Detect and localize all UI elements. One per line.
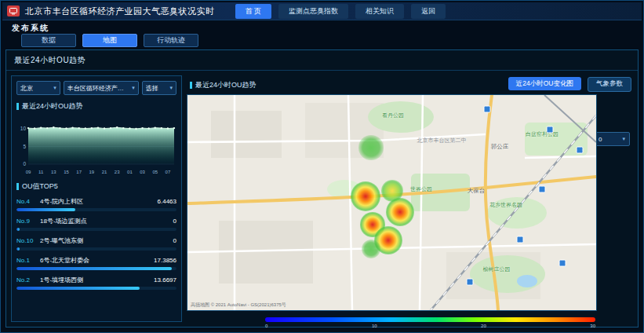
top5-item-name: 4号-院内上料区 xyxy=(40,197,155,206)
nav-knowledge[interactable]: 相关知识 xyxy=(355,4,404,19)
legend-gradient-bar xyxy=(265,317,595,322)
svg-text:01: 01 xyxy=(127,170,133,174)
accent-bar-icon xyxy=(190,82,192,89)
top5-list-item[interactable]: No.44号-院内上料区6.4463 xyxy=(16,197,176,211)
map-layer-select[interactable]: 0 ▾ xyxy=(594,132,630,146)
top5-item-bar-fill xyxy=(16,247,20,251)
panel-divider xyxy=(6,70,638,71)
svg-text:23: 23 xyxy=(115,170,120,174)
metro-station-icon[interactable] xyxy=(467,279,474,286)
top5-list-item[interactable]: No.21号-填埋场西侧13.6697 xyxy=(16,276,176,290)
top5-item-value: 6.4463 xyxy=(158,198,176,205)
svg-text:10: 10 xyxy=(20,126,27,131)
svg-text:17: 17 xyxy=(76,170,82,174)
top5-list-item[interactable]: No.102号-曝气池东侧0 xyxy=(16,236,176,251)
tab-data[interactable]: 数据 xyxy=(21,34,76,47)
map-label: 郭公庄 xyxy=(491,143,509,151)
system-label: 发布系统 xyxy=(12,23,49,34)
svg-text:05: 05 xyxy=(152,170,158,174)
map-section-title: 最近24小时OU趋势 xyxy=(190,80,257,90)
svg-text:11: 11 xyxy=(38,170,44,174)
svg-text:09: 09 xyxy=(26,170,31,174)
nav-home[interactable]: 首 页 xyxy=(235,4,272,19)
trend-chart-title-text: 最近24小时OU趋势 xyxy=(22,101,83,112)
map-layer-select-value: 0 xyxy=(599,136,602,143)
park-select-value: 丰台区循环经济产业园 xyxy=(67,84,129,93)
top5-item-bar-track xyxy=(16,247,176,251)
ou-color-legend: 0102030 xyxy=(265,317,595,328)
map-label: 世界公园 xyxy=(410,185,432,193)
panel-title: 最近24小时OU趋势 xyxy=(14,55,86,66)
nav-back[interactable]: 返回 xyxy=(411,4,446,19)
tab-track[interactable]: 行动轨迹 xyxy=(144,34,198,47)
monitor-icon xyxy=(9,7,17,15)
metro-station-icon[interactable] xyxy=(539,186,546,193)
point-select[interactable]: 选择 ▾ xyxy=(142,81,176,95)
trend-chart: 0510091113151719212301030507 xyxy=(16,114,176,175)
weather-params-button[interactable]: 气象参数 xyxy=(588,77,631,92)
svg-text:19: 19 xyxy=(89,170,95,174)
accent-bar-icon xyxy=(16,103,19,110)
top5-item-rank: No.4 xyxy=(16,198,40,205)
chevron-down-icon: ▾ xyxy=(132,85,135,91)
legend-ticks: 0102030 xyxy=(265,324,595,328)
top5-item-rank: No.9 xyxy=(16,218,40,225)
map-label: 榆树庄公园 xyxy=(483,265,511,273)
ou-change-chart-button[interactable]: 近24小时OU变化图 xyxy=(508,77,581,90)
top5-item-rank: No.1 xyxy=(16,257,40,264)
top5-list-item[interactable]: No.16号-北天堂村委会17.3856 xyxy=(16,256,176,270)
metro-station-icon[interactable] xyxy=(484,106,491,113)
map-base-roads xyxy=(187,95,596,310)
metro-station-icon[interactable] xyxy=(547,126,554,134)
map-label: 白盆窑村公园 xyxy=(526,130,558,138)
region-select[interactable]: 北京 ▾ xyxy=(16,81,60,95)
metro-station-icon[interactable] xyxy=(577,147,584,154)
top5-list-item[interactable]: No.918号-场边监测点0 xyxy=(16,217,176,231)
map-canvas[interactable]: 高德地图 © 2021 AutoNavi - GS(2021)6375号 看丹公… xyxy=(187,94,597,311)
tab-map[interactable]: 地图 xyxy=(82,34,137,47)
map-attribution: 高德地图 © 2021 AutoNavi - GS(2021)6375号 xyxy=(191,302,286,309)
view-tabs: 数据 地图 行动轨迹 xyxy=(21,34,198,47)
top5-item-bar-fill xyxy=(16,267,172,270)
top5-item-value: 13.6697 xyxy=(154,276,176,284)
trend-chart-title: 最近24小时OU趋势 xyxy=(16,101,176,112)
metro-station-icon[interactable] xyxy=(517,236,524,243)
app-window: 北京市丰台区循环经济产业园大气恶臭状况实时 首 页 监测点恶臭指数 相关知识 返… xyxy=(0,0,644,333)
sidebar: 北京 ▾ 丰台区循环经济产业园 ▾ 选择 ▾ 最近24小时OU趋势 051009… xyxy=(11,75,182,322)
svg-text:15: 15 xyxy=(64,170,69,174)
top5-item-bar-track xyxy=(16,228,176,231)
map-label: 花乡世界名园 xyxy=(489,201,522,209)
legend-tick-label: 0 xyxy=(265,324,267,328)
top5-item-name: 18号-场边监测点 xyxy=(40,217,170,225)
top5-item-value: 0 xyxy=(173,218,176,225)
top-header: 北京市丰台区循环经济产业园大气恶臭状况实时 首 页 监测点恶臭指数 相关知识 返… xyxy=(2,2,642,20)
top5-item-name: 1号-填埋场西侧 xyxy=(40,276,151,284)
filter-row: 北京 ▾ 丰台区循环经济产业园 ▾ 选择 ▾ xyxy=(16,81,176,95)
top5-item-value: 0 xyxy=(173,237,176,244)
legend-tick-label: 10 xyxy=(372,324,377,328)
park-select[interactable]: 丰台区循环经济产业园 ▾ xyxy=(64,81,139,95)
map-label: 看丹公园 xyxy=(382,112,404,119)
top5-item-value: 17.3856 xyxy=(154,257,176,264)
top5-item-bar-fill xyxy=(16,287,140,290)
map-label: 大葆台 xyxy=(468,187,486,195)
chevron-down-icon: ▾ xyxy=(53,85,56,91)
top5-item-rank: No.2 xyxy=(16,276,40,284)
region-select-value: 北京 xyxy=(20,84,33,93)
chevron-down-icon: ▾ xyxy=(622,136,625,142)
top5-item-rank: No.10 xyxy=(16,237,40,244)
top5-item-name: 6号-北天堂村委会 xyxy=(40,256,151,265)
top5-item-name: 2号-曝气池东侧 xyxy=(40,236,170,245)
app-title: 北京市丰台区循环经济产业园大气恶臭状况实时 xyxy=(25,5,215,17)
top5-item-bar-fill xyxy=(16,228,20,231)
top5-list: No.44号-院内上料区6.4463No.918号-场边监测点0No.102号-… xyxy=(16,197,176,290)
nav-odor-index[interactable]: 监测点恶臭指数 xyxy=(278,4,348,19)
legend-tick-label: 30 xyxy=(590,324,595,328)
top5-title: OU值TOP5 xyxy=(16,181,176,192)
top5-item-bar-fill xyxy=(16,208,75,211)
svg-text:13: 13 xyxy=(51,170,56,174)
legend-tick-label: 20 xyxy=(481,324,486,328)
point-select-value: 选择 xyxy=(146,84,158,93)
map-label: 北京市丰台区第二中 xyxy=(417,137,467,145)
metro-station-icon[interactable] xyxy=(559,260,566,267)
